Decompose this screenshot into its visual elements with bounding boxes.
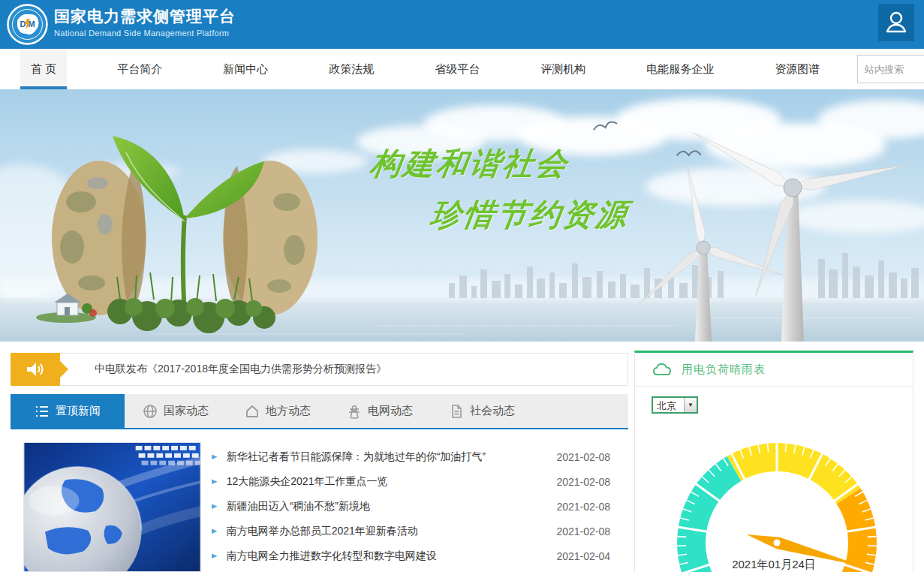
tab-label: 国家动态 bbox=[164, 404, 209, 418]
nav-item-1[interactable]: 平台简介 bbox=[107, 49, 173, 89]
news-row-3: ▶南方电网举办总部员工2021年迎新春活动2021-02-08 bbox=[210, 519, 628, 543]
gauge-date-label: 2021年01月24日 bbox=[634, 558, 913, 572]
cloud-icon bbox=[652, 362, 673, 377]
hero-banner: 构建和谐社会 珍惜节约资源 bbox=[0, 89, 924, 342]
news-title-link[interactable]: 南方电网全力推进数字化转型和数字电网建设 bbox=[227, 549, 557, 563]
tab-label: 置顶新闻 bbox=[56, 404, 101, 418]
search-input[interactable] bbox=[857, 55, 924, 83]
nav-item-3[interactable]: 政策法规 bbox=[318, 49, 384, 89]
news-date: 2021-02-08 bbox=[556, 451, 610, 463]
tab-0[interactable]: 置顶新闻 bbox=[11, 394, 125, 428]
tab-label: 社会动态 bbox=[470, 404, 515, 418]
arrow-bullet-icon: ▶ bbox=[212, 453, 218, 460]
document-icon bbox=[449, 404, 464, 419]
arrow-bullet-icon: ▶ bbox=[212, 478, 218, 485]
globe-icon bbox=[143, 404, 158, 419]
user-login-button[interactable] bbox=[878, 4, 914, 41]
home-icon bbox=[245, 404, 260, 419]
news-date: 2021-02-08 bbox=[556, 501, 610, 513]
site-title: 国家电力需求侧管理平台 bbox=[54, 6, 236, 27]
speaker-icon bbox=[11, 353, 60, 386]
news-list: ▶新华社记者看节日能源保障：为就地过年的你“加油打气”2021-02-08▶12… bbox=[210, 444, 628, 568]
nav-item-2[interactable]: 新闻中心 bbox=[212, 49, 278, 89]
tab-1[interactable]: 国家动态 bbox=[125, 394, 227, 428]
tab-label: 地方动态 bbox=[266, 404, 311, 418]
city-select[interactable]: 北京 ▼ bbox=[652, 396, 698, 414]
news-tabs: 置顶新闻国家动态地方动态电网动态社会动态 bbox=[11, 394, 628, 429]
tab-4[interactable]: 社会动态 bbox=[431, 394, 533, 428]
arrow-bullet-icon: ▶ bbox=[212, 528, 218, 534]
news-row-1: ▶12大能源央企2021年工作重点一览2021-02-08 bbox=[210, 469, 628, 494]
news-title-link[interactable]: 南方电网举办总部员工2021年迎新春活动 bbox=[227, 525, 557, 538]
news-title-link[interactable]: 新华社记者看节日能源保障：为就地过年的你“加油打气” bbox=[227, 450, 557, 464]
chevron-down-icon[interactable]: ▼ bbox=[684, 398, 697, 412]
arrow-bullet-icon: ▶ bbox=[212, 552, 218, 559]
list-icon bbox=[35, 404, 50, 419]
news-row-2: ▶新疆油田迈入“稠油不愁”新境地2021-02-08 bbox=[210, 494, 628, 519]
card-header: 用电负荷晴雨表 bbox=[635, 353, 913, 387]
news-thumbnail-image[interactable] bbox=[23, 442, 201, 572]
tab-label: 电网动态 bbox=[368, 404, 413, 418]
banner-illustration bbox=[0, 89, 924, 342]
main-navigation: 首 页平台简介新闻中心政策法规省级平台评测机构电能服务企业资源图谱市场主体公示 bbox=[0, 49, 924, 89]
header: D M 国家电力需求侧管理平台 National Demand Side Man… bbox=[0, 0, 924, 49]
tab-2[interactable]: 地方动态 bbox=[227, 394, 329, 428]
announcement-ticker: 中电联发布《2017-2018年度全国电力供需形势分析预测报告》 bbox=[11, 353, 628, 386]
platform-logo-icon: D M bbox=[7, 4, 48, 45]
user-icon bbox=[885, 10, 907, 35]
card-title: 用电负荷晴雨表 bbox=[682, 363, 766, 377]
nav-item-4[interactable]: 省级平台 bbox=[424, 49, 490, 89]
news-row-4: ▶南方电网全力推进数字化转型和数字电网建设2021-02-04 bbox=[210, 543, 628, 568]
nav-item-7[interactable]: 资源图谱 bbox=[764, 49, 830, 89]
tab-3[interactable]: 电网动态 bbox=[329, 394, 431, 428]
news-date: 2021-02-08 bbox=[556, 476, 610, 488]
nav-item-0[interactable]: 首 页 bbox=[20, 49, 67, 89]
nav-item-6[interactable]: 电能服务企业 bbox=[636, 49, 724, 89]
news-date: 2021-02-04 bbox=[556, 550, 610, 562]
news-row-0: ▶新华社记者看节日能源保障：为就地过年的你“加油打气”2021-02-08 bbox=[210, 444, 628, 469]
nav-item-5[interactable]: 评测机构 bbox=[530, 49, 596, 89]
ticker-headline-link[interactable]: 中电联发布《2017-2018年度全国电力供需形势分析预测报告》 bbox=[95, 363, 387, 376]
site-subtitle: National Demand Side Management Platform bbox=[54, 29, 236, 38]
arrow-bullet-icon: ▶ bbox=[212, 503, 218, 510]
tower-icon bbox=[347, 404, 362, 419]
load-gauge-chart bbox=[638, 420, 916, 572]
title-block: 国家电力需求侧管理平台 National Demand Side Managem… bbox=[54, 6, 236, 38]
news-date: 2021-02-08 bbox=[556, 525, 610, 537]
news-title-link[interactable]: 12大能源央企2021年工作重点一览 bbox=[227, 475, 557, 489]
city-select-value: 北京 bbox=[653, 398, 684, 412]
news-title-link[interactable]: 新疆油田迈入“稠油不愁”新境地 bbox=[227, 500, 557, 513]
page: D M 国家电力需求侧管理平台 National Demand Side Man… bbox=[0, 0, 924, 572]
